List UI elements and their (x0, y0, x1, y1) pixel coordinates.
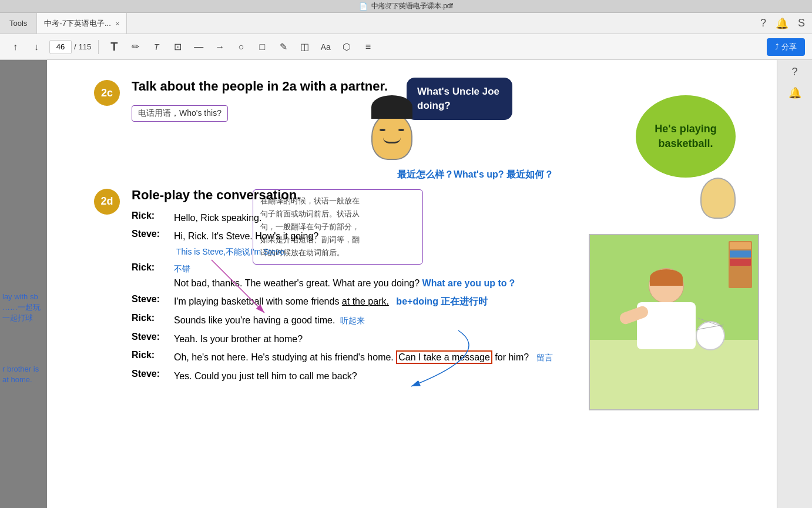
right-help-icon[interactable]: ? (791, 66, 797, 78)
bell-icon[interactable]: 🔔 (776, 17, 788, 30)
fill-button[interactable]: ⬡ (338, 39, 355, 55)
speaker-rick-2: Rick: (132, 262, 167, 273)
scroll-down-button[interactable]: ↓ (28, 39, 45, 55)
tools-label: Tools (9, 19, 27, 28)
speech-bubble-dark: What's Uncle Joe doing? (407, 78, 512, 120)
speech-bubbles-area: What's Uncle Joe doing? (371, 78, 559, 172)
page-separator: / (74, 42, 76, 51)
speaker-steve-1: Steve: (132, 229, 167, 239)
text-tool-button[interactable]: T (106, 39, 122, 55)
arrow-button[interactable]: → (212, 39, 228, 55)
title-bar: 分发了fenfale.com 📄 中考-7下英语电子课本.pdf (0, 0, 812, 13)
tingqilai-ann: 听起来 (340, 316, 365, 325)
speaker-rick-4: Rick: (132, 350, 167, 360)
page-input-group: / 115 (49, 40, 91, 54)
total-pages: 115 (79, 42, 92, 51)
section-2d: 2d Role-play the conversation. Rick: Hel… (94, 186, 741, 387)
share-button[interactable]: ⤴ 分享 (767, 38, 805, 56)
character-hair (371, 95, 412, 119)
highlight-tool-button[interactable]: ✏ (127, 39, 143, 55)
crop-button[interactable]: ⊡ (169, 39, 186, 55)
line-button[interactable]: — (190, 39, 207, 55)
help-icon[interactable]: ? (760, 17, 766, 29)
be-doing-ann: be+doing 正在进行时 (396, 296, 488, 306)
speech-bubble-green: He's playing basketball. (636, 95, 736, 178)
right-bell-icon[interactable]: 🔔 (788, 86, 801, 99)
annotation-box-phone: 电话用语，Who's this? (132, 105, 228, 122)
left-sidebar: lay with sb ……一起玩 一起打球 r brother is at h… (0, 60, 47, 508)
photo-placeholder (589, 234, 759, 410)
share-icon: ⤴ (775, 42, 779, 51)
left-note-brother: r brother is at home. (2, 364, 45, 385)
section-2c: 2c Talk about the people in 2a with a pa… (94, 78, 741, 128)
speaker-steve-3: Steve: (132, 332, 167, 342)
page-number-input[interactable] (49, 40, 72, 54)
tab-bar: Tools 中考-7下英语电子... × ? 🔔 S (0, 13, 812, 34)
large-blue-ann: 最近怎么样？What's up? 最近如何？ (397, 169, 553, 181)
speaker-steve-2: Steve: (132, 294, 167, 305)
section-2d-title: Role-play the conversation. (132, 186, 741, 205)
speaker-rick-1: Rick: (132, 210, 167, 221)
what-up-text: What are you up to？ (422, 278, 516, 288)
badge-2d: 2d (94, 189, 120, 215)
speaker-rick-3: Rick: (132, 313, 167, 323)
toolbar: ↑ ↓ / 115 T ✏ T ⊡ — → ○ □ ✎ ◫ Aa ⬡ ≡ ⤴ 分… (0, 34, 812, 60)
main-content: lay with sb ……一起玩 一起打球 r brother is at h… (0, 60, 812, 508)
window-title: 中考-7下英语电子课本.pdf (371, 1, 453, 11)
speaker-steve-4: Steve: (132, 369, 167, 379)
scroll-up-button[interactable]: ↑ (7, 39, 24, 55)
share-label: 分享 (781, 42, 797, 52)
doc-tab[interactable]: 中考-7下英语电子... × (37, 13, 127, 34)
liuyan-note: 留言 (536, 353, 553, 362)
ann-this-is-steve: This is Steve,不能说I'm Steve. (176, 247, 287, 256)
tools-tab[interactable]: Tools (0, 13, 37, 34)
speech-rick-1: Hello, Rick speaking. (174, 210, 741, 226)
pencil-button[interactable]: ✎ (275, 39, 291, 55)
pdf-page[interactable]: 2c Talk about the people in 2a with a pa… (47, 60, 777, 508)
doc-tab-label: 中考-7下英语电子... (44, 18, 110, 29)
character-head (371, 113, 412, 160)
menu-button[interactable]: ≡ (360, 39, 376, 55)
right-panel: ? 🔔 (777, 60, 812, 508)
conv-line-rick-1: Rick: Hello, Rick speaking. (132, 210, 741, 226)
font-button[interactable]: Aa (317, 39, 334, 55)
badge-2c: 2c (94, 80, 120, 106)
circle-button[interactable]: ○ (233, 39, 249, 55)
pdf-icon: 📄 (359, 2, 368, 11)
left-note-play: lay with sb ……一起玩 一起打球 (2, 292, 45, 324)
text-small-button[interactable]: T (148, 39, 165, 55)
user-icon[interactable]: S (798, 17, 805, 29)
close-tab-button[interactable]: × (116, 20, 119, 27)
eraser-button[interactable]: ◫ (296, 39, 313, 55)
highlight-can-i-take: Can I take a message (396, 350, 492, 364)
square-button[interactable]: □ (254, 39, 270, 55)
